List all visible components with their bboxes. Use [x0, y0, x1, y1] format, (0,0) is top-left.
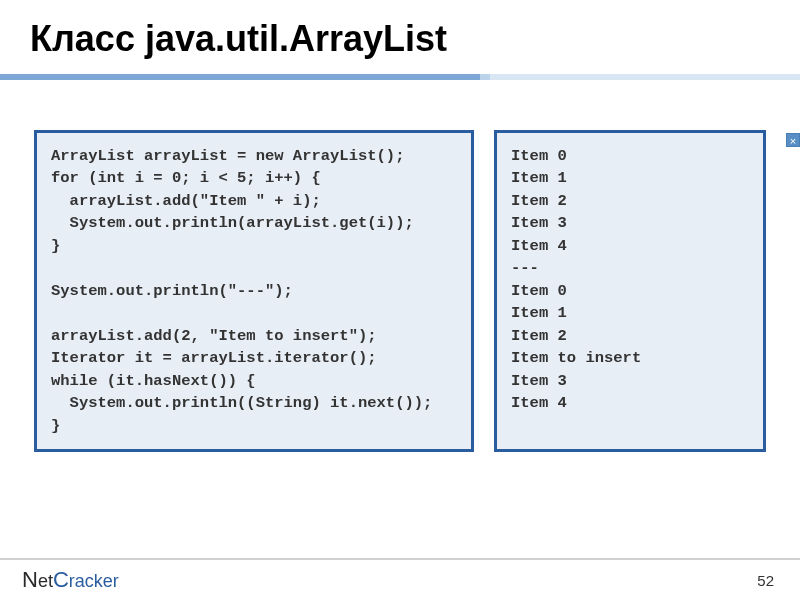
divider-segment: [490, 74, 800, 80]
divider-segment: [0, 74, 480, 80]
slide: Класс java.util.ArrayList × ArrayList ar…: [0, 0, 800, 600]
code-box: ArrayList arrayList = new ArrayList(); f…: [34, 130, 474, 452]
divider-segment: [480, 74, 490, 80]
slide-title: Класс java.util.ArrayList: [30, 18, 770, 60]
logo-part-et: et: [38, 571, 53, 591]
logo: NetCracker: [22, 567, 119, 593]
footer: NetCracker 52: [0, 558, 800, 600]
output-box: Item 0 Item 1 Item 2 Item 3 Item 4 --- I…: [494, 130, 766, 452]
logo-part-c: C: [53, 567, 69, 592]
logo-part-n: N: [22, 567, 38, 592]
close-icon[interactable]: ×: [786, 133, 800, 147]
divider: [30, 74, 770, 80]
page-number: 52: [757, 572, 774, 589]
content-row: ArrayList arrayList = new ArrayList(); f…: [30, 130, 770, 452]
logo-part-racker: racker: [69, 571, 119, 591]
